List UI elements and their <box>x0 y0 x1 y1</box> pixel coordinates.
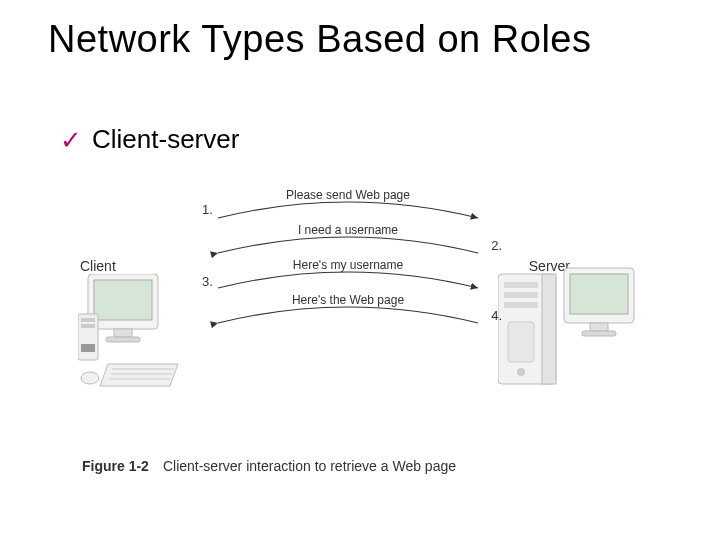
step-number-3: 3. <box>202 274 213 289</box>
svg-rect-20 <box>570 274 628 314</box>
message-1: Please send Web page <box>248 188 448 202</box>
svg-rect-1 <box>94 280 152 320</box>
svg-rect-6 <box>81 324 95 328</box>
step-number-2: 2. <box>491 238 502 253</box>
step-number-1: 1. <box>202 202 213 217</box>
svg-rect-3 <box>106 337 140 342</box>
server-computer-icon <box>498 264 638 398</box>
interaction-arrows: 1. Please send Web page 2. I need a user… <box>198 188 498 358</box>
svg-rect-16 <box>504 302 538 308</box>
client-computer-icon <box>78 274 188 398</box>
svg-rect-7 <box>81 344 95 352</box>
svg-rect-17 <box>508 322 534 362</box>
message-2: I need a username <box>248 223 448 237</box>
svg-rect-5 <box>81 318 95 322</box>
message-3: Here's my username <box>248 258 448 272</box>
svg-rect-2 <box>114 329 132 337</box>
step-number-4: 4. <box>491 308 502 323</box>
bullet-text: Client-server <box>92 124 239 155</box>
svg-rect-15 <box>504 292 538 298</box>
page-title: Network Types Based on Roles <box>48 18 591 61</box>
message-4: Here's the Web page <box>248 293 448 307</box>
figure-caption-text: Client-server interaction to retrieve a … <box>163 458 456 474</box>
svg-rect-13 <box>542 274 556 384</box>
svg-rect-22 <box>582 331 616 336</box>
figure-client-server: Client Server <box>78 188 638 478</box>
figure-caption: Figure 1-2Client-server interaction to r… <box>82 458 456 474</box>
figure-number: Figure 1-2 <box>82 458 149 474</box>
svg-point-18 <box>517 368 525 376</box>
checkmark-icon: ✓ <box>60 127 82 153</box>
svg-rect-21 <box>590 323 608 331</box>
svg-rect-14 <box>504 282 538 288</box>
bullet-item: ✓ Client-server <box>60 124 239 155</box>
client-label: Client <box>80 258 116 274</box>
svg-point-11 <box>81 372 99 384</box>
